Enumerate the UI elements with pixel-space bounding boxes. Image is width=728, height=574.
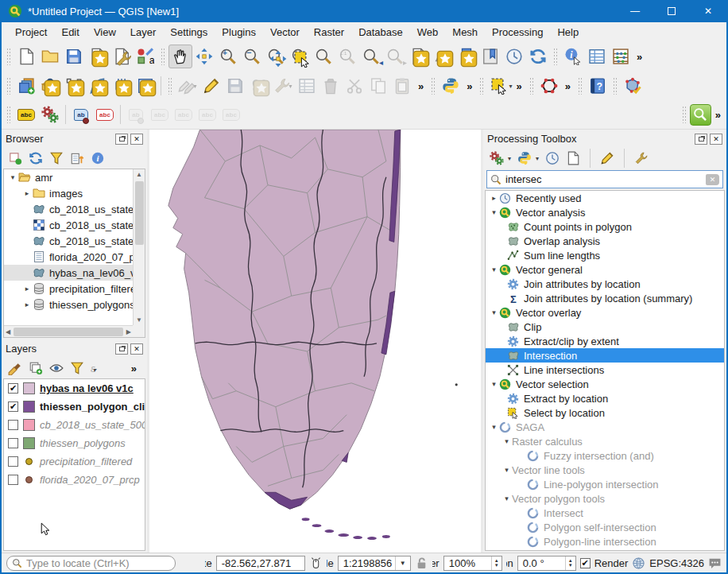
toolbox-group-vector-general[interactable]: Vector general — [486, 262, 724, 277]
layer-row-cb-states[interactable]: cb_2018_us_state_500k — [4, 416, 145, 434]
menu-layer[interactable]: Layer — [123, 24, 164, 41]
toolbox-search-input[interactable] — [501, 173, 706, 185]
map-canvas[interactable] — [147, 130, 483, 553]
clear-search-icon[interactable] — [706, 174, 719, 185]
toolbar-overflow-chevron[interactable] — [633, 51, 646, 63]
temporal-controller-button[interactable] — [502, 45, 526, 68]
toolbox-group-vector-polygon-tools[interactable]: Vector polygon tools — [486, 491, 724, 506]
filter-legend-icon[interactable] — [70, 361, 84, 375]
toolbox-alg-fuzzy-intersection[interactable]: Fuzzy intersection (and) — [486, 448, 724, 463]
toolbox-alg-intersection[interactable]: Intersection — [486, 348, 724, 363]
layer-labeling-button[interactable]: abc — [14, 103, 38, 126]
crs-globe-icon[interactable] — [632, 557, 645, 570]
expander-closed-icon[interactable] — [489, 194, 499, 202]
combo-arrow-icon[interactable]: ▼ — [395, 557, 410, 570]
toolbox-alg-intersect[interactable]: Intersect — [486, 506, 724, 520]
menu-vector[interactable]: Vector — [263, 24, 307, 41]
rotation-spinbox[interactable]: 0.0 °▲▼ — [517, 556, 576, 571]
data-source-manager-button[interactable] — [14, 74, 38, 98]
edit-in-place-icon[interactable] — [600, 151, 614, 165]
layer-row-precipitation[interactable]: precipitation_filtered — [4, 452, 145, 471]
browser-item-cb-shp[interactable]: cb_2018_us_state_500k — [4, 201, 145, 217]
toolbox-alg-extract-by-location[interactable]: Extract by location — [486, 391, 724, 405]
minimize-button[interactable]: — — [617, 0, 653, 22]
layers-close-button[interactable]: ✕ — [130, 343, 143, 355]
magnifier-spinbox[interactable]: 100%▲▼ — [443, 556, 502, 571]
browser-horizontal-scrollbar[interactable]: ◀▶ — [4, 325, 133, 337]
expander-open-icon[interactable] — [489, 266, 499, 273]
add-selected-layers-icon[interactable] — [8, 151, 22, 165]
toolbox-float-button[interactable] — [695, 134, 707, 145]
scrollbar-thumb[interactable] — [14, 328, 123, 336]
toolbar-grip[interactable] — [168, 77, 172, 95]
layer-styling-icon[interactable] — [8, 361, 22, 375]
expander-closed-icon[interactable] — [21, 301, 33, 308]
render-toggle[interactable]: Render — [580, 557, 629, 569]
expander-open-icon[interactable] — [501, 437, 512, 445]
save-project-button[interactable] — [62, 45, 86, 68]
toolbox-alg-join-attributes-summary[interactable]: ΣJoin attributes by location (summary) — [486, 291, 724, 305]
zoom-to-selection-button[interactable] — [288, 45, 312, 68]
toolbox-group-vector-analysis[interactable]: Vector analysis — [486, 205, 724, 219]
pan-map-button[interactable] — [168, 45, 192, 68]
toolbar-overflow-chevron[interactable] — [463, 80, 476, 92]
menu-plugins[interactable]: Plugins — [215, 24, 263, 41]
browser-item-cb-raster[interactable]: cb_2018_us_state_500k — [4, 217, 145, 233]
toolbox-alg-line-intersections[interactable]: Line intersections — [486, 363, 724, 377]
properties-info-icon[interactable] — [91, 151, 105, 165]
filter-browser-icon[interactable] — [49, 151, 64, 165]
scripts-python-icon[interactable] — [517, 151, 532, 165]
browser-item-hybas[interactable]: hybas_na_lev06_v1c — [4, 265, 145, 281]
zoom-out-button[interactable]: − — [240, 45, 264, 68]
expander-open-icon[interactable] — [489, 423, 499, 431]
toolbox-group-vector-line-tools[interactable]: Vector line tools — [486, 463, 724, 477]
pan-to-selection-button[interactable] — [192, 45, 216, 68]
models-dropdown-arrow[interactable]: ▾ — [508, 155, 511, 162]
toolbox-alg-clip[interactable]: Clip — [486, 320, 724, 334]
toolbox-close-button[interactable]: ✕ — [710, 134, 722, 145]
toolbar-overflow-chevron[interactable] — [512, 80, 525, 92]
menu-settings[interactable]: Settings — [163, 24, 215, 41]
browser-close-button[interactable]: ✕ — [130, 134, 143, 145]
toolbox-alg-count-points[interactable]: Count points in polygon — [486, 219, 724, 234]
toolbox-alg-extract-clip-by-extent[interactable]: Extract/clip by extent — [486, 334, 724, 348]
browser-item-precipitation[interactable]: precipitation_filtered — [4, 281, 145, 297]
layer-row-hybas[interactable]: hybas na lev06 v1c — [4, 379, 145, 398]
models-gears-icon[interactable] — [490, 151, 504, 165]
layer-checkbox[interactable] — [8, 438, 18, 448]
collapse-all-icon[interactable] — [70, 151, 84, 165]
layer-row-thiessen-clipped[interactable]: thiessen_polygon_clipped — [4, 398, 145, 416]
menu-view[interactable]: View — [87, 24, 123, 41]
toolbox-alg-select-by-location[interactable]: Select by location — [486, 405, 724, 420]
messages-icon[interactable] — [708, 557, 722, 570]
geometry-checker-button[interactable] — [621, 74, 645, 98]
layer-checkbox[interactable] — [8, 420, 18, 430]
toolbar-overflow-chevron[interactable] — [711, 109, 725, 121]
add-group-icon[interactable] — [29, 361, 43, 375]
history-clock-icon[interactable] — [545, 151, 560, 165]
layer-checkbox[interactable] — [8, 383, 18, 394]
expander-open-icon[interactable] — [501, 466, 512, 474]
close-button[interactable]: ✕ — [690, 0, 726, 22]
menu-edit[interactable]: Edit — [54, 24, 86, 41]
maximize-button[interactable] — [653, 0, 690, 22]
vertex-tool-button[interactable] — [537, 74, 561, 98]
highlight-pinned-labels-button[interactable]: abc — [93, 103, 117, 126]
layers-float-button[interactable] — [115, 343, 128, 355]
zoom-to-layer-button[interactable] — [312, 45, 335, 68]
search-button[interactable] — [690, 104, 711, 126]
map-themes-eye-icon[interactable] — [49, 361, 64, 375]
spin-arrows-icon[interactable]: ▲▼ — [565, 557, 575, 570]
toolbox-group-vector-overlay[interactable]: Vector overlay — [486, 305, 724, 320]
toolbar-grip[interactable] — [553, 48, 558, 65]
expander-open-icon[interactable] — [489, 208, 499, 216]
zoom-in-button[interactable]: + — [216, 45, 240, 68]
toolbox-alg-join-attributes[interactable]: Join attributes by location — [486, 277, 724, 291]
menu-raster[interactable]: Raster — [307, 24, 351, 41]
menu-web[interactable]: Web — [410, 24, 446, 41]
toolbox-alg-sum-line-lengths[interactable]: Sum line lengths — [486, 248, 724, 262]
menu-help[interactable]: Help — [550, 24, 586, 41]
new-geopackage-layer-button[interactable] — [38, 74, 62, 98]
identify-features-button[interactable] — [561, 45, 585, 68]
new-spatialite-layer-button[interactable] — [86, 74, 110, 98]
